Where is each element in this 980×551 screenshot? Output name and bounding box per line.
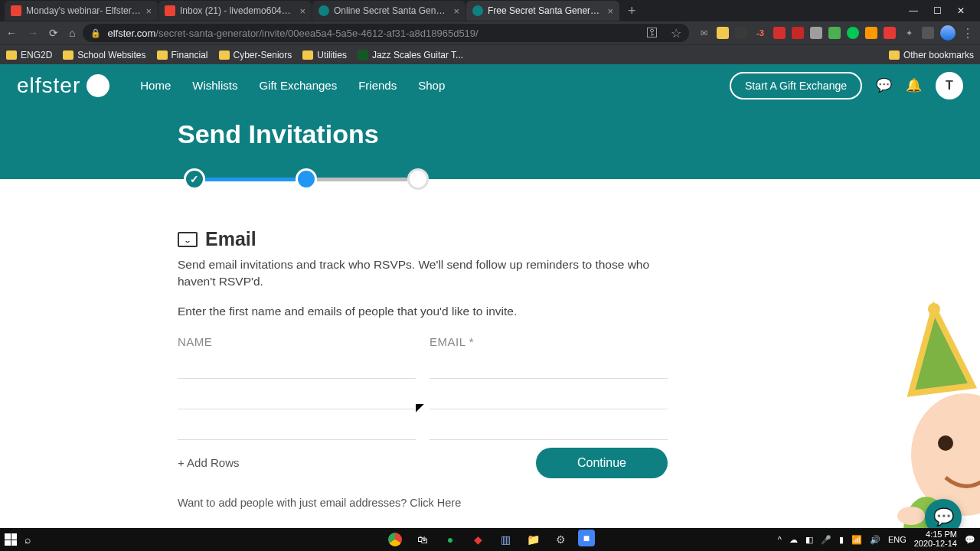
add-rows-button[interactable]: + Add Rows <box>178 456 239 469</box>
back-icon[interactable]: ← <box>6 27 17 39</box>
notifications-icon[interactable]: 💬 <box>965 535 975 545</box>
name-input-3[interactable] <box>178 414 416 440</box>
name-input-1[interactable] <box>178 353 416 379</box>
mail-icon[interactable]: ✉ <box>697 26 710 40</box>
star-icon[interactable]: ☆ <box>671 26 681 41</box>
email-input-3[interactable] <box>430 414 668 440</box>
svg-point-3 <box>938 435 953 451</box>
email-input-1[interactable] <box>430 353 668 379</box>
search-button[interactable]: ⌕ <box>24 533 31 546</box>
extension-icon[interactable] <box>884 27 896 39</box>
browser-tab[interactable]: Online Secret Santa Generator & × <box>312 1 466 21</box>
nav-home[interactable]: Home <box>140 79 171 92</box>
nav-gift-exchanges[interactable]: Gift Exchanges <box>259 79 337 92</box>
nav-wishlists[interactable]: Wishlists <box>192 79 237 92</box>
start-button[interactable] <box>5 533 17 546</box>
gmail-icon <box>11 5 21 16</box>
other-bookmarks[interactable]: Other bookmarks <box>889 50 974 60</box>
browser-tab-active[interactable]: Free Secret Santa Generator | Elf × <box>466 1 619 21</box>
tray-battery-icon[interactable]: ▮ <box>839 535 844 545</box>
browser-chrome: Monday's webinar- Elfster: Onlin × Inbox… <box>0 0 980 64</box>
brand-text: elfster <box>17 73 80 98</box>
tray-onedrive-icon[interactable]: ☁ <box>789 535 798 545</box>
bookmark-folder[interactable]: Financial <box>157 50 208 60</box>
browser-tab[interactable]: Inbox (21) - livedemo6042@gma × <box>158 1 312 21</box>
bookmark-folder[interactable]: Cyber-Seniors <box>219 50 292 60</box>
bookmark-folder[interactable]: School Websites <box>63 50 145 60</box>
svg-point-2 <box>911 393 980 516</box>
address-bar[interactable]: 🔒 elfster.com/secret-santa-generator/inv… <box>83 24 689 42</box>
store-task-icon[interactable]: 🛍 <box>413 530 433 549</box>
connector <box>205 178 296 181</box>
bulk-add-link[interactable]: Click Here <box>410 497 461 509</box>
bookmark-folder[interactable]: ENG2D <box>6 50 52 60</box>
nav-shop[interactable]: Shop <box>418 79 445 92</box>
close-icon[interactable]: × <box>145 5 152 17</box>
new-tab-button[interactable]: + <box>620 3 644 19</box>
envelope-icon <box>178 232 198 247</box>
tray-wifi-icon[interactable]: 📶 <box>851 535 862 545</box>
settings-task-icon[interactable]: ⚙ <box>550 530 570 549</box>
extension-icon[interactable] <box>828 27 841 39</box>
zoom-task-icon[interactable]: ■ <box>578 530 595 546</box>
tray-security-icon[interactable]: ◧ <box>805 535 813 545</box>
notes-task-icon[interactable]: ▥ <box>495 530 515 549</box>
tab-title: Online Secret Santa Generator & <box>334 5 449 16</box>
email-instruction: Enter the first name and emails of peopl… <box>178 305 668 318</box>
explorer-task-icon[interactable]: 📁 <box>523 530 543 549</box>
chrome-task-icon[interactable] <box>385 530 405 549</box>
hero-banner: elfster Home Wishlists Gift Exchanges Fr… <box>0 64 980 179</box>
close-icon[interactable]: × <box>453 5 459 17</box>
elfster-icon <box>318 5 329 16</box>
profile-avatar[interactable] <box>940 25 956 41</box>
close-window-icon[interactable]: ✕ <box>957 5 965 16</box>
browser-tab[interactable]: Monday's webinar- Elfster: Onlin × <box>5 1 158 21</box>
user-avatar[interactable]: T <box>936 72 963 99</box>
continue-button[interactable]: Continue <box>536 448 668 478</box>
cast-icon[interactable] <box>922 27 934 39</box>
bookmarks-bar: ENG2D School Websites Financial Cyber-Se… <box>0 44 980 64</box>
extension-icon[interactable] <box>847 27 859 39</box>
extension-icon[interactable] <box>717 27 729 39</box>
name-input-2[interactable] <box>178 383 416 409</box>
extension-icon[interactable] <box>773 27 786 39</box>
home-icon[interactable]: ⌂ <box>69 27 75 39</box>
nav-friends[interactable]: Friends <box>358 79 397 92</box>
key-icon[interactable]: ⚿ <box>646 26 658 40</box>
reload-icon[interactable]: ⟳ <box>49 27 58 39</box>
todoist-task-icon[interactable]: ◆ <box>468 530 488 549</box>
tray-mic-icon[interactable]: 🎤 <box>821 535 831 545</box>
folder-icon <box>6 51 17 60</box>
site-navbar: elfster Home Wishlists Gift Exchanges Fr… <box>0 64 980 106</box>
close-icon[interactable]: × <box>299 5 305 17</box>
extension-icon[interactable] <box>735 27 747 39</box>
menu-icon[interactable]: ⋮ <box>962 26 974 41</box>
folder-icon <box>302 51 313 60</box>
extension-icon[interactable] <box>792 27 804 39</box>
bookmark-item[interactable]: Jazz Scales Guitar T... <box>358 50 463 60</box>
bookmark-folder[interactable]: Utilities <box>302 50 347 60</box>
tray-chevron-icon[interactable]: ^ <box>778 535 782 544</box>
page-title: Send Invitations <box>178 119 379 149</box>
spotify-task-icon[interactable]: ● <box>440 530 460 549</box>
tab-title: Inbox (21) - livedemo6042@gma <box>180 5 295 16</box>
extension-icon[interactable] <box>810 27 822 39</box>
brand-logo[interactable]: elfster <box>17 73 109 98</box>
progress-stepper: ✓ <box>184 168 429 190</box>
close-icon[interactable]: × <box>607 5 613 17</box>
forward-icon[interactable]: → <box>28 27 38 39</box>
extensions-icon[interactable]: ✦ <box>902 26 916 40</box>
gmail-icon <box>165 5 175 16</box>
email-input-2[interactable] <box>430 383 668 409</box>
bell-icon[interactable]: 🔔 <box>906 77 922 93</box>
system-clock[interactable]: 4:15 PM 2020-12-14 <box>914 530 957 548</box>
tray-volume-icon[interactable]: 🔊 <box>870 535 880 545</box>
tab-title: Free Secret Santa Generator | Elf <box>488 5 603 16</box>
minimize-icon[interactable]: — <box>909 5 918 16</box>
extension-icon[interactable]: -3 <box>753 26 767 40</box>
start-exchange-button[interactable]: Start A Gift Exchange <box>730 72 862 99</box>
extension-icon[interactable] <box>865 27 877 39</box>
chat-icon[interactable]: 💬 <box>876 77 892 93</box>
maximize-icon[interactable]: ☐ <box>933 5 942 16</box>
tray-language[interactable]: ENG <box>888 535 906 544</box>
